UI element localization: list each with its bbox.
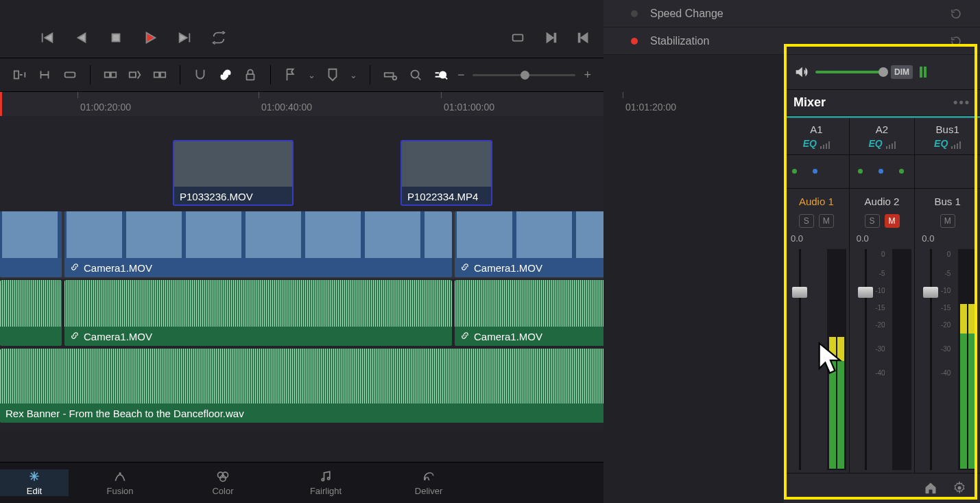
- gear-icon[interactable]: [953, 481, 966, 495]
- fader[interactable]: [792, 249, 810, 470]
- video-clip[interactable]: Camera1.MOV: [64, 211, 452, 277]
- fusion-page-tab[interactable]: Fusion: [69, 469, 171, 496]
- cursor-icon: [816, 342, 846, 379]
- timeline-ruler[interactable]: 01:00:20:00 01:00:40:00 01:01:00:00 01:0…: [0, 92, 603, 116]
- blade-tool[interactable]: [62, 67, 77, 82]
- svg-rect-9: [246, 74, 254, 80]
- selection-tool[interactable]: [12, 67, 27, 82]
- loop-button[interactable]: [209, 30, 228, 45]
- mute-button[interactable]: M: [819, 214, 834, 228]
- home-icon[interactable]: [924, 481, 937, 495]
- go-start-button[interactable]: [38, 30, 57, 45]
- step-back-button[interactable]: [72, 30, 91, 45]
- fader[interactable]: 0 -5 -10 -15 -20 -30 -40: [923, 249, 941, 470]
- audio-clip[interactable]: [0, 280, 62, 346]
- inspector-stabilization[interactable]: Stabilization: [603, 27, 980, 55]
- replace-tool[interactable]: [152, 67, 167, 82]
- svg-point-12: [411, 71, 418, 78]
- color-page-tab[interactable]: Color: [171, 469, 274, 496]
- ruler-tick-label: 01:00:20:00: [80, 102, 131, 113]
- deliver-page-tab[interactable]: Deliver: [377, 469, 480, 496]
- zoom-out-button[interactable]: −: [457, 68, 465, 82]
- db-value: 0.0: [850, 233, 915, 246]
- dim-button[interactable]: DIM: [891, 65, 913, 79]
- svg-rect-7: [154, 72, 159, 77]
- edit-page-tab[interactable]: Edit: [0, 469, 69, 496]
- pan-control[interactable]: [850, 154, 915, 189]
- flag-blue[interactable]: [283, 67, 298, 82]
- clip-name: Rex Banner - From the Beach to the Dance…: [5, 408, 244, 419]
- marker-blue[interactable]: [325, 67, 340, 82]
- db-value: 0.0: [784, 233, 849, 246]
- ruler-tick-label: 01:00:40:00: [261, 102, 312, 113]
- ruler-tick-label: 01:01:00:00: [444, 102, 494, 113]
- mixer-channel-a2: A2 EQ Audio 2 SM 0.0 0 -5 -10 -15 -20 -3…: [850, 118, 916, 473]
- video-clip[interactable]: Camera1.MOV: [455, 211, 603, 277]
- transport-bar: [0, 25, 603, 51]
- video-track-1[interactable]: Camera1.MOV Camera1.MOV Ca...: [0, 211, 603, 279]
- audio-clip[interactable]: Camera1.MOV: [455, 280, 603, 346]
- pan-control[interactable]: [915, 154, 980, 189]
- mixer-body: A1 EQ Audio 1 SM 0.0 A2 EQ Audio 2 SM: [784, 116, 980, 473]
- audio-track-1[interactable]: Camera1.MOV Camera1.MOV Ca...: [0, 280, 603, 347]
- fairlight-page-tab[interactable]: Fairlight: [274, 469, 377, 496]
- db-value: 0.0: [915, 233, 980, 246]
- mixer-panel: DIM Mixer ••• A1 EQ Audio 1 SM 0.0: [784, 55, 980, 503]
- link-toggle[interactable]: [217, 67, 232, 82]
- video-clip[interactable]: P1033236.MOV: [173, 140, 294, 206]
- next-marker-button[interactable]: [541, 30, 560, 45]
- go-end-button[interactable]: [175, 30, 194, 45]
- snap-toggle[interactable]: [193, 67, 208, 82]
- eq-button[interactable]: EQ: [868, 138, 882, 149]
- video-clip[interactable]: [0, 211, 62, 277]
- tab-label: Fairlight: [310, 486, 342, 496]
- prev-marker-button[interactable]: [574, 30, 593, 45]
- video-track-2[interactable]: P1033236.MOV P1022334.MP4 P1033238.MOV: [0, 140, 603, 207]
- channel-head: Bus1: [915, 118, 980, 138]
- svg-point-14: [119, 473, 121, 474]
- eq-button[interactable]: EQ: [803, 138, 817, 149]
- volume-slider[interactable]: [815, 71, 884, 73]
- video-clip[interactable]: P1022334.MP4: [401, 140, 492, 206]
- insert-tool[interactable]: [103, 67, 118, 82]
- zoom-tool-1[interactable]: [383, 67, 398, 82]
- audio-track-2[interactable]: Rex Banner - From the Beach to the Dance…: [0, 349, 603, 424]
- zoom-slider[interactable]: [473, 74, 575, 76]
- mixer-channel-bus1: Bus1 EQ Bus 1 M 0.0 0 -5 -10 -15 -20 -30…: [915, 118, 980, 473]
- clip-name: Camera1.MOV: [474, 331, 542, 342]
- timeline[interactable]: P1033236.MOV P1022334.MP4 P1033238.MOV C…: [0, 116, 603, 432]
- inspector-speed-change[interactable]: Speed Change: [603, 0, 980, 27]
- clip-name: Camera1.MOV: [474, 262, 542, 274]
- reset-icon[interactable]: [950, 35, 962, 47]
- stop-button[interactable]: [106, 30, 126, 45]
- clip-name: Camera1.MOV: [84, 262, 152, 274]
- audio-clip[interactable]: Camera1.MOV: [64, 280, 452, 346]
- page-tabs: Edit Fusion Color Fairlight Deliver: [0, 462, 603, 503]
- channel-name[interactable]: Bus 1: [915, 189, 980, 211]
- speaker-icon[interactable]: [793, 65, 809, 80]
- eq-button[interactable]: EQ: [934, 138, 948, 149]
- zoom-in-button[interactable]: +: [584, 68, 591, 82]
- reset-icon[interactable]: [950, 8, 962, 20]
- zoom-tool-2[interactable]: [407, 67, 422, 82]
- solo-button[interactable]: S: [799, 214, 814, 228]
- pan-control[interactable]: [784, 154, 849, 189]
- inspector-label: Stabilization: [650, 35, 709, 47]
- fader[interactable]: 0 -5 -10 -15 -20 -30 -40: [858, 249, 876, 470]
- play-button[interactable]: [141, 30, 160, 45]
- solo-button[interactable]: S: [865, 214, 880, 228]
- range-button[interactable]: [508, 30, 527, 45]
- channel-name[interactable]: Audio 2: [850, 189, 915, 211]
- trim-tool[interactable]: [37, 67, 52, 82]
- zoom-tool-3[interactable]: [433, 67, 448, 82]
- more-icon[interactable]: •••: [953, 95, 970, 110]
- mute-button[interactable]: M: [940, 214, 955, 228]
- clip-name: P1033236.MOV: [180, 191, 253, 202]
- channel-name[interactable]: Audio 1: [784, 189, 849, 211]
- mute-button[interactable]: M: [885, 214, 900, 228]
- audio-clip[interactable]: Rex Banner - From the Beach to the Dance…: [0, 349, 603, 423]
- link-icon: [70, 331, 80, 342]
- channel-head: A2: [850, 118, 915, 138]
- lock-toggle[interactable]: [243, 67, 258, 82]
- overwrite-tool[interactable]: [128, 67, 143, 82]
